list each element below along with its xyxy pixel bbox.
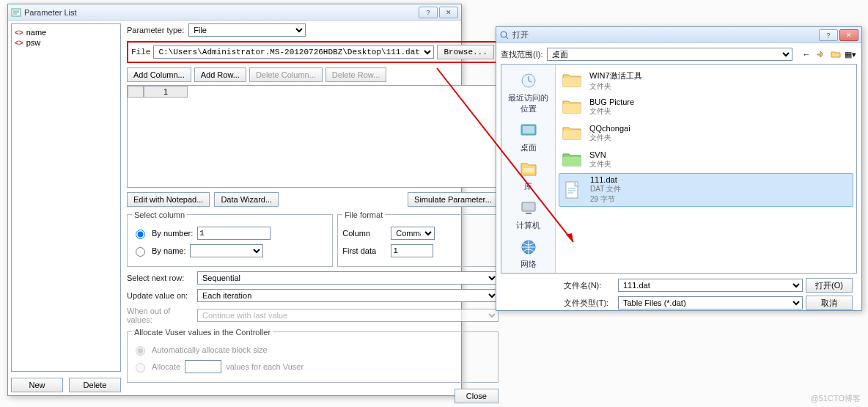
select-column-fieldset: Select column By number: By name: — [127, 214, 333, 267]
open-dialog-window: 打开 ? ✕ 查找范围(I): 桌面 ← ▦▾ 最近访问的位置 桌面 库 计算机… — [496, 26, 862, 311]
up-icon[interactable] — [814, 48, 828, 61]
new-folder-icon[interactable] — [829, 48, 842, 61]
help-button-open[interactable]: ? — [819, 29, 838, 41]
by-name-select[interactable] — [190, 244, 263, 257]
svg-rect-5 — [523, 168, 534, 172]
column-delim-select[interactable]: Comma — [391, 227, 435, 240]
file-item[interactable]: 111.datDAT 文件29 字节 — [559, 173, 853, 207]
file-row-highlight: File C:\Users\Administrator.MS-20120726H… — [127, 41, 499, 63]
tree-item-name[interactable]: <>name — [15, 27, 117, 37]
file-type-label: DAT 文件 — [590, 184, 621, 194]
file-name: QQchongai — [589, 124, 630, 133]
file-path-combo[interactable]: C:\Users\Administrator.MS-20120726HDBZ\D… — [153, 45, 434, 59]
allocate-radio — [136, 363, 145, 373]
file-item[interactable]: SVN文件夹 — [559, 147, 853, 173]
open-button[interactable]: 打开(O) — [806, 278, 853, 293]
titlebar[interactable]: Parameter List ? ✕ — [8, 4, 461, 21]
parameter-list-window: Parameter List ? ✕ <>name <>psw New Dele… — [7, 4, 462, 396]
file-item[interactable]: WIN7激活工具文件夹 — [559, 67, 853, 94]
back-icon[interactable]: ← — [800, 48, 813, 61]
folder-icon — [560, 148, 584, 172]
auto-allocate-radio — [136, 346, 145, 356]
svg-rect-7 — [526, 213, 532, 214]
param-type-select[interactable]: File — [188, 23, 306, 37]
allocate-fieldset: Allocate Vuser values in the Controller … — [127, 331, 499, 383]
file-type-label: 文件夹 — [589, 81, 642, 92]
allocate-count — [185, 360, 221, 373]
data-wizard-button[interactable]: Data Wizard... — [214, 192, 279, 207]
by-number-input[interactable] — [197, 227, 271, 240]
delete-button[interactable]: Delete — [69, 378, 121, 392]
file-item[interactable]: BUG Picture文件夹 — [559, 94, 853, 120]
svg-rect-6 — [522, 202, 535, 211]
file-name: SVN — [589, 150, 611, 159]
file-type-label: 文件夹 — [589, 106, 634, 117]
grid-col-1[interactable]: 1 — [144, 86, 188, 98]
tree-item-psw[interactable]: <>psw — [15, 37, 117, 48]
open-titlebar[interactable]: 打开 ? ✕ — [496, 27, 861, 43]
file-type-combo[interactable]: Table Files (*.dat) — [618, 296, 803, 309]
data-grid[interactable]: 1 — [127, 85, 499, 188]
help-button[interactable]: ? — [419, 7, 438, 18]
svg-point-1 — [501, 32, 507, 37]
when-out-select: Continue with last value — [197, 309, 499, 322]
place-desktop[interactable]: 桌面 — [505, 117, 552, 156]
file-icon — [561, 178, 584, 202]
edit-notepad-button[interactable]: Edit with Notepad... — [127, 192, 210, 207]
app-icon — [11, 7, 21, 18]
file-list[interactable]: WIN7激活工具文件夹BUG Picture文件夹QQchongai文件夹SVN… — [556, 65, 856, 273]
close-param-button[interactable]: Close — [455, 389, 499, 403]
add-row-button[interactable]: Add Row... — [194, 67, 246, 82]
file-item[interactable]: QQchongai文件夹 — [559, 120, 853, 147]
svg-rect-4 — [523, 126, 534, 133]
close-button[interactable]: ✕ — [439, 7, 458, 18]
file-format-fieldset: File format ColumnComma First data — [337, 214, 499, 267]
cancel-button[interactable]: 取消 — [806, 296, 853, 310]
first-data-input[interactable] — [391, 244, 433, 257]
window-title: Parameter List — [24, 8, 417, 17]
param-type-label: Parameter type: — [127, 26, 184, 34]
parameter-tree[interactable]: <>name <>psw — [11, 23, 121, 372]
add-column-button[interactable]: Add Column... — [127, 67, 191, 82]
file-name: 111.dat — [590, 175, 621, 184]
file-name-combo[interactable]: 111.dat — [618, 279, 803, 292]
file-name: BUG Picture — [589, 98, 634, 106]
folder-icon — [560, 69, 584, 92]
new-button[interactable]: New — [11, 378, 63, 392]
browse-button[interactable]: Browse... — [437, 45, 493, 59]
place-library[interactable]: 库 — [505, 156, 552, 195]
file-type-label: 文件夹 — [589, 159, 611, 169]
open-title: 打开 — [512, 29, 817, 40]
select-next-row[interactable]: Sequential — [197, 271, 499, 285]
file-label: File — [131, 48, 150, 56]
place-recent[interactable]: 最近访问的位置 — [505, 67, 552, 117]
update-value-on[interactable]: Each iteration — [197, 289, 499, 302]
close-open-button[interactable]: ✕ — [839, 29, 858, 41]
open-icon — [499, 30, 510, 40]
simulate-param-button[interactable]: Simulate Parameter... — [408, 192, 499, 207]
folder-icon — [560, 122, 584, 145]
delete-column-button[interactable]: Delete Column... — [249, 67, 323, 82]
places-bar: 最近访问的位置 桌面 库 计算机 网络 — [501, 65, 556, 273]
place-network[interactable]: 网络 — [505, 234, 552, 273]
by-number-radio[interactable] — [136, 230, 145, 239]
folder-icon — [560, 95, 584, 119]
by-name-radio[interactable] — [136, 247, 145, 257]
look-in-combo[interactable]: 桌面 — [547, 48, 792, 61]
place-computer[interactable]: 计算机 — [505, 195, 552, 234]
file-name: WIN7激活工具 — [589, 70, 642, 81]
file-size-label: 29 字节 — [590, 194, 621, 205]
watermark: @51CTO博客 — [811, 393, 861, 404]
view-menu-icon[interactable]: ▦▾ — [844, 48, 857, 61]
delete-row-button[interactable]: Delete Row... — [326, 67, 386, 82]
file-type-label: 文件夹 — [589, 133, 630, 143]
